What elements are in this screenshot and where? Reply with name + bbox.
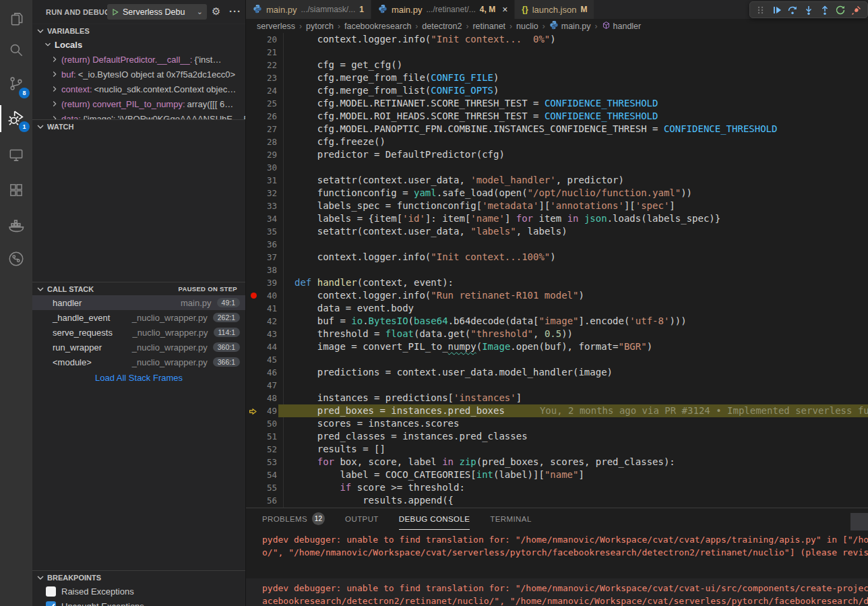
- line-number[interactable]: 22: [264, 59, 277, 71]
- line-number[interactable]: 48: [264, 392, 277, 404]
- line-number[interactable]: 40: [264, 289, 277, 302]
- line-number[interactable]: 26: [264, 110, 277, 123]
- gutter-glyph-margin[interactable]: [246, 84, 264, 97]
- gutter-glyph-margin[interactable]: [246, 135, 264, 148]
- line-number[interactable]: 35: [264, 225, 277, 238]
- line-number[interactable]: 42: [264, 315, 277, 328]
- variables-scope-locals[interactable]: Locals: [32, 37, 245, 52]
- chevron-right-icon[interactable]: [50, 69, 59, 79]
- line-number[interactable]: 50: [264, 417, 277, 430]
- code-line-28[interactable]: 28 cfg.freeze(): [246, 135, 868, 148]
- variable-row[interactable]: context: <nuclio_sdk.context.Context obj…: [32, 82, 245, 96]
- code-line-50[interactable]: 50 scores = instances.scores: [246, 417, 868, 430]
- line-number[interactable]: 27: [264, 123, 277, 135]
- panel-scrollbar[interactable]: [850, 513, 868, 531]
- breakpoint-icon[interactable]: [251, 293, 257, 299]
- gutter-glyph-margin[interactable]: [246, 379, 264, 392]
- breakpoints-header[interactable]: BREAKPOINTS: [32, 570, 245, 584]
- gutter-glyph-margin[interactable]: [246, 443, 264, 456]
- stack-frame-row[interactable]: handlermain.py49:1: [32, 295, 245, 310]
- editor-tab-launch-json[interactable]: {}launch.jsonM: [515, 0, 594, 19]
- line-number[interactable]: 44: [264, 340, 277, 353]
- line-number[interactable]: 29: [264, 148, 277, 161]
- chevron-right-icon[interactable]: [50, 84, 59, 94]
- line-number[interactable]: 32: [264, 187, 277, 200]
- gutter-glyph-margin[interactable]: [246, 456, 264, 468]
- gutter-glyph-margin[interactable]: [246, 33, 264, 46]
- breakpoint-row[interactable]: Raised Exceptions: [32, 584, 245, 599]
- line-number[interactable]: 23: [264, 71, 277, 84]
- code-line-39[interactable]: 39def handler(context, event):: [246, 276, 868, 289]
- code-line-20[interactable]: 20 context.logger.info("Init context... …: [246, 33, 868, 46]
- line-number[interactable]: 28: [264, 135, 277, 148]
- gutter-glyph-margin[interactable]: [246, 404, 264, 417]
- gutter-glyph-margin[interactable]: [246, 366, 264, 379]
- line-number[interactable]: 39: [264, 276, 277, 289]
- code-line-45[interactable]: 45: [246, 353, 868, 366]
- code-line-34[interactable]: 34 labels = {item['id']: item['name'] fo…: [246, 212, 868, 225]
- disconnect-button[interactable]: [850, 3, 863, 17]
- line-number[interactable]: 31: [264, 174, 277, 187]
- debug-config-dropdown[interactable]: Serverless Debu ⌄: [107, 4, 207, 20]
- line-number[interactable]: 54: [264, 468, 277, 481]
- variables-header[interactable]: VARIABLES: [32, 24, 245, 37]
- step-over-button[interactable]: [786, 3, 799, 17]
- gutter-glyph-margin[interactable]: [246, 46, 264, 59]
- gutter-glyph-margin[interactable]: [246, 430, 264, 443]
- code-line-25[interactable]: 25 cfg.MODEL.RETINANET.SCORE_THRESH_TEST…: [246, 97, 868, 110]
- code-line-26[interactable]: 26 cfg.MODEL.ROI_HEADS.SCORE_THRESH_TEST…: [246, 110, 868, 123]
- code-line-51[interactable]: 51 pred_classes = instances.pred_classes: [246, 430, 868, 443]
- code-line-47[interactable]: 47: [246, 379, 868, 392]
- editor-code[interactable]: 20 context.logger.info("Init context... …: [246, 33, 868, 508]
- variable-row[interactable]: data: {'image': 'iVBORw0KGgoAAAANSUhE… 5…: [32, 111, 245, 119]
- restart-button[interactable]: [834, 3, 847, 17]
- code-line-43[interactable]: 43 threshold = float(data.get("threshold…: [246, 328, 868, 340]
- code-line-41[interactable]: 41 data = event.body: [246, 302, 868, 315]
- code-line-42[interactable]: 42 buf = io.BytesIO(base64.b64decode(dat…: [246, 315, 868, 328]
- gutter-glyph-margin[interactable]: [246, 276, 264, 289]
- gutter-glyph-margin[interactable]: [246, 238, 264, 251]
- line-number[interactable]: 51: [264, 430, 277, 443]
- code-line-23[interactable]: 23 cfg.merge_from_file(CONFIG_FILE): [246, 71, 868, 84]
- gutter-glyph-margin[interactable]: [246, 315, 264, 328]
- line-number[interactable]: 45: [264, 353, 277, 366]
- code-line-37[interactable]: 37 context.logger.info("Init context...1…: [246, 251, 868, 264]
- line-number[interactable]: 53: [264, 456, 277, 468]
- chevron-right-icon[interactable]: [50, 99, 59, 109]
- breadcrumb-item-facebookresearch[interactable]: facebookresearch: [344, 22, 411, 31]
- editor-tab-main-py[interactable]: main.py.../siammask/...1: [246, 0, 371, 19]
- stack-frame-row[interactable]: _handle_event_nuclio_wrapper.py262:1: [32, 310, 245, 325]
- chevron-right-icon[interactable]: [50, 55, 59, 64]
- line-number[interactable]: 37: [264, 251, 277, 264]
- activitybar-explorer[interactable]: [0, 4, 32, 36]
- code-line-56[interactable]: 56 results.append({: [246, 494, 868, 507]
- stack-frame-row[interactable]: <module>_nuclio_wrapper.py366:1: [32, 355, 245, 369]
- gutter-glyph-margin[interactable]: [246, 353, 264, 366]
- gutter-glyph-margin[interactable]: [246, 481, 264, 494]
- gutter-glyph-margin[interactable]: [246, 468, 264, 481]
- code-line-21[interactable]: 21: [246, 46, 868, 59]
- start-debug-icon[interactable]: [111, 8, 119, 16]
- line-number[interactable]: 36: [264, 238, 277, 251]
- breakpoint-row[interactable]: Uncaught Exceptions: [32, 599, 245, 606]
- gutter-glyph-margin[interactable]: [246, 123, 264, 135]
- gutter-glyph-margin[interactable]: [246, 97, 264, 110]
- step-into-button[interactable]: [802, 3, 815, 17]
- gutter-glyph-margin[interactable]: [246, 302, 264, 315]
- code-line-44[interactable]: 44 image = convert_PIL_to_numpy(Image.op…: [246, 340, 868, 353]
- gutter-glyph-margin[interactable]: [246, 59, 264, 71]
- gutter-glyph-margin[interactable]: [246, 161, 264, 174]
- watch-header[interactable]: WATCH: [32, 119, 245, 133]
- code-line-36[interactable]: 36: [246, 238, 868, 251]
- breadcrumb-item-handler[interactable]: handler: [602, 21, 642, 32]
- gutter-glyph-margin[interactable]: [246, 71, 264, 84]
- more-actions-icon[interactable]: ···: [229, 5, 241, 17]
- breakpoint-checkbox[interactable]: [46, 601, 56, 606]
- activitybar-run-and-debug[interactable]: 1: [0, 102, 32, 135]
- code-line-48[interactable]: 48 instances = predictions['instances']: [246, 392, 868, 404]
- breadcrumb-item-retinanet[interactable]: retinanet: [472, 22, 505, 31]
- code-line-30[interactable]: 30: [246, 161, 868, 174]
- gutter-glyph-margin[interactable]: [246, 148, 264, 161]
- gutter-glyph-margin[interactable]: [246, 392, 264, 404]
- gutter-glyph-margin[interactable]: [246, 187, 264, 200]
